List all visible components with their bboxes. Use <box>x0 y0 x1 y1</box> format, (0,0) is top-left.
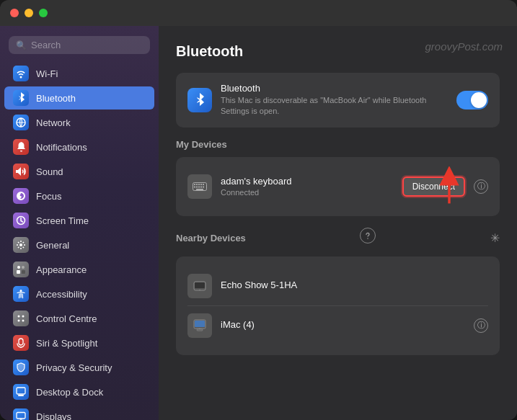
focus-icon <box>13 188 29 204</box>
sidebar-item-network[interactable]: Network <box>4 111 154 134</box>
minimize-button[interactable] <box>25 9 33 17</box>
bluetooth-label: Bluetooth <box>221 83 448 94</box>
table-row: adam's keyboard Connected Disconnect ⓘ <box>187 167 488 206</box>
sidebar-label-accessibility: Accessibility <box>36 289 87 300</box>
my-devices-card: adam's keyboard Connected Disconnect ⓘ <box>176 157 500 216</box>
notifications-icon <box>13 139 29 155</box>
sound-icon <box>13 164 29 179</box>
appearance-icon <box>13 262 29 277</box>
watermark: groovyPost.com <box>425 40 503 53</box>
settings-window: 🔍 Search Wi-Fi Bluetooth <box>0 0 517 420</box>
svg-point-31 <box>368 238 369 239</box>
svg-rect-21 <box>196 184 198 185</box>
sidebar-label-focus: Focus <box>36 191 61 202</box>
main-content: Bluetooth groovyPost.com Bluetooth This … <box>159 26 517 420</box>
svg-rect-25 <box>194 186 195 187</box>
svg-rect-28 <box>200 186 202 187</box>
sidebar-label-sound: Sound <box>36 166 63 177</box>
svg-rect-24 <box>203 184 204 185</box>
sidebar-item-focus[interactable]: Focus <box>4 184 154 207</box>
sidebar-label-displays: Displays <box>36 411 71 421</box>
sidebar-label-network: Network <box>36 117 71 128</box>
search-placeholder: Search <box>31 40 61 50</box>
sidebar-label-notifications: Notifications <box>36 142 87 153</box>
svg-rect-33 <box>195 282 205 288</box>
bluetooth-icon <box>13 90 29 106</box>
maximize-button[interactable] <box>39 9 48 17</box>
svg-rect-23 <box>200 184 202 185</box>
my-devices-label: My Devices <box>176 139 500 150</box>
sidebar-item-displays[interactable]: Displays <box>4 405 154 420</box>
table-row: Echo Show 5-1HA <box>187 267 488 305</box>
network-icon <box>13 115 29 130</box>
bluetooth-description: Bluetooth This Mac is discoverable as "M… <box>221 83 448 117</box>
svg-rect-29 <box>203 186 204 187</box>
imac-icon <box>187 313 212 338</box>
sidebar-label-siri-spotlight: Siri & Spotlight <box>36 338 97 349</box>
device-info-echo: Echo Show 5-1HA <box>221 280 488 292</box>
svg-rect-16 <box>17 413 25 419</box>
title-bar <box>0 0 517 26</box>
imac-info-button[interactable]: ⓘ <box>474 318 488 333</box>
svg-rect-30 <box>196 189 203 190</box>
svg-rect-37 <box>197 329 203 331</box>
svg-point-6 <box>22 266 25 269</box>
sidebar-item-sound[interactable]: Sound <box>4 160 154 183</box>
svg-rect-36 <box>195 321 205 327</box>
sidebar-item-screen-time[interactable]: Screen Time <box>4 209 154 232</box>
svg-point-34 <box>199 289 200 290</box>
sidebar-item-wifi[interactable]: Wi-Fi <box>4 62 154 85</box>
svg-point-5 <box>17 266 20 269</box>
accessibility-icon <box>13 286 29 302</box>
wifi-icon <box>13 66 29 81</box>
screen-time-icon <box>13 213 29 228</box>
sidebar-item-general[interactable]: General <box>4 233 154 256</box>
device-name-keyboard: adam's keyboard <box>221 176 394 187</box>
search-box[interactable]: 🔍 Search <box>9 36 150 54</box>
svg-point-4 <box>19 243 22 246</box>
sidebar-label-control-centre: Control Centre <box>36 313 97 324</box>
disconnect-button[interactable]: Disconnect <box>402 177 465 197</box>
refresh-icon: ✳ <box>490 231 500 245</box>
table-row: iMac (4) ⓘ <box>187 305 488 345</box>
sidebar-item-control-centre[interactable]: Control Centre <box>4 307 154 330</box>
sidebar-label-general: General <box>36 240 69 251</box>
help-button[interactable] <box>360 228 376 243</box>
bluetooth-toggle[interactable] <box>456 91 488 110</box>
svg-rect-22 <box>198 184 200 185</box>
general-icon <box>13 237 29 253</box>
sidebar-label-bluetooth: Bluetooth <box>36 93 76 104</box>
sidebar-item-siri-spotlight[interactable]: Siri & Spotlight <box>4 331 154 354</box>
desktop-dock-icon <box>13 384 29 400</box>
sidebar-label-wifi: Wi-Fi <box>36 68 58 79</box>
sidebar-item-desktop-dock[interactable]: Desktop & Dock <box>4 380 154 403</box>
device-info-imac: iMac (4) <box>221 319 465 331</box>
svg-rect-1 <box>16 170 18 173</box>
sidebar-label-desktop-dock: Desktop & Dock <box>36 387 103 398</box>
sidebar-item-privacy-security[interactable]: Privacy & Security <box>4 356 154 379</box>
svg-rect-15 <box>18 395 24 396</box>
siri-spotlight-icon <box>13 335 29 351</box>
svg-rect-7 <box>17 270 20 274</box>
traffic-lights <box>10 9 48 17</box>
svg-point-10 <box>18 316 20 318</box>
sidebar: 🔍 Search Wi-Fi Bluetooth <box>0 26 159 420</box>
sidebar-item-bluetooth[interactable]: Bluetooth <box>4 86 154 110</box>
sidebar-item-notifications[interactable]: Notifications <box>4 135 154 158</box>
sidebar-label-privacy-security: Privacy & Security <box>36 362 112 373</box>
bluetooth-main-icon <box>187 88 212 112</box>
sidebar-item-appearance[interactable]: Appearance <box>4 258 154 281</box>
close-button[interactable] <box>10 9 19 17</box>
keyboard-info-button[interactable]: ⓘ <box>474 179 488 194</box>
sidebar-label-screen-time: Screen Time <box>36 215 89 226</box>
sidebar-label-appearance: Appearance <box>36 264 87 275</box>
control-centre-icon <box>13 310 29 326</box>
svg-point-12 <box>18 320 20 322</box>
svg-marker-2 <box>18 168 21 175</box>
sidebar-item-accessibility[interactable]: Accessibility <box>4 282 154 305</box>
device-status-keyboard: Connected <box>221 188 394 197</box>
bluetooth-toggle-card: Bluetooth This Mac is discoverable as "M… <box>176 73 500 128</box>
nearby-devices-header: Nearby Devices ✳ <box>176 228 500 249</box>
svg-rect-26 <box>196 186 198 187</box>
svg-rect-8 <box>22 270 25 274</box>
